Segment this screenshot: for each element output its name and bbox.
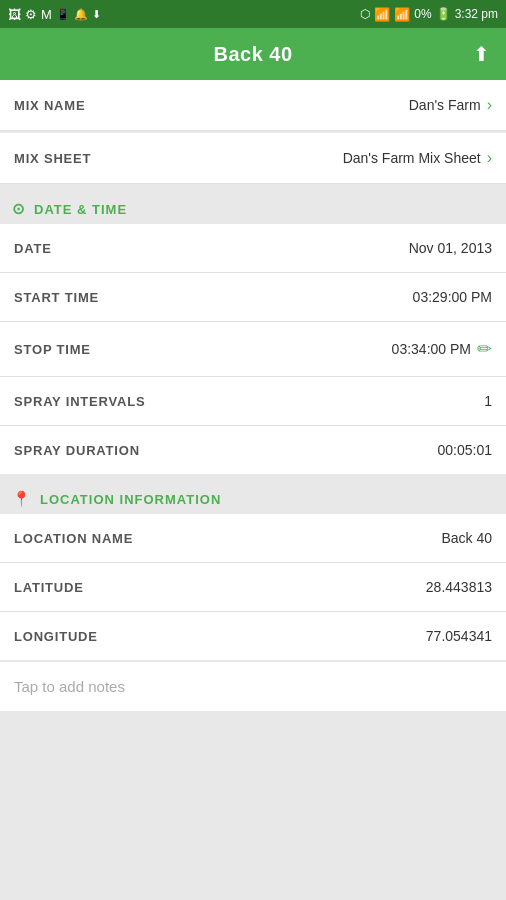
spray-duration-value: 00:05:01 <box>438 442 493 458</box>
mix-sheet-chevron: › <box>487 149 492 167</box>
spray-intervals-value: 1 <box>484 393 492 409</box>
status-bar: 🖼 ⚙ M 📱 🔔 ⬇ ⬡ 📶 📶 0% 🔋 3:32 pm <box>0 0 506 28</box>
time-display: 3:32 pm <box>455 7 498 21</box>
mix-sheet-label: MIX SHEET <box>14 151 91 166</box>
spray-intervals-row: SPRAY INTERVALS 1 <box>0 377 506 426</box>
status-right-info: ⬡ 📶 📶 0% 🔋 3:32 pm <box>360 7 498 22</box>
longitude-label: LONGITUDE <box>14 629 98 644</box>
latitude-label: LATITUDE <box>14 580 84 595</box>
start-time-value: 03:29:00 PM <box>413 289 492 305</box>
status-left-icons: 🖼 ⚙ M 📱 🔔 ⬇ <box>8 7 101 22</box>
date-time-section-header: ⊙ DATE & TIME <box>0 190 506 224</box>
clock-icon: ⊙ <box>12 200 26 218</box>
page-title: Back 40 <box>213 43 292 66</box>
date-time-heading: DATE & TIME <box>34 202 127 217</box>
spray-intervals-label: SPRAY INTERVALS <box>14 394 145 409</box>
app-icon2: ⚙ <box>25 7 37 22</box>
latitude-row: LATITUDE 28.443813 <box>0 563 506 612</box>
stop-time-value: 03:34:00 PM ✏ <box>392 338 492 360</box>
edit-icon[interactable]: ✏ <box>477 338 492 360</box>
mix-name-label: MIX NAME <box>14 98 85 113</box>
location-section-header: 📍 LOCATION INFORMATION <box>0 480 506 514</box>
longitude-value: 77.054341 <box>426 628 492 644</box>
header: Back 40 ⬆ <box>0 28 506 80</box>
date-time-section: ⊙ DATE & TIME DATE Nov 01, 2013 START TI… <box>0 190 506 474</box>
notes-field[interactable]: Tap to add notes <box>0 662 506 711</box>
mix-sheet-value: Dan's Farm Mix Sheet › <box>343 149 492 167</box>
image-icon: 🖼 <box>8 7 21 22</box>
github-icon: ⬡ <box>360 7 370 21</box>
notes-placeholder: Tap to add notes <box>14 678 125 695</box>
date-time-cards: DATE Nov 01, 2013 START TIME 03:29:00 PM… <box>0 224 506 474</box>
stop-time-row[interactable]: STOP TIME 03:34:00 PM ✏ <box>0 322 506 377</box>
share-button[interactable]: ⬆ <box>473 42 490 66</box>
notification-icon: 🔔 <box>74 8 88 21</box>
mix-name-value: Dan's Farm › <box>409 96 492 114</box>
battery-text: 0% <box>414 7 431 21</box>
spray-duration-row: SPRAY DURATION 00:05:01 <box>0 426 506 474</box>
location-cards: LOCATION NAME Back 40 LATITUDE 28.443813… <box>0 514 506 660</box>
signal-icon: 📶 <box>394 7 410 22</box>
battery-icon: 🔋 <box>436 7 451 21</box>
stop-time-label: STOP TIME <box>14 342 91 357</box>
start-time-label: START TIME <box>14 290 99 305</box>
mix-name-row[interactable]: MIX NAME Dan's Farm › <box>0 80 506 131</box>
location-name-value: Back 40 <box>441 530 492 546</box>
location-pin-icon: 📍 <box>12 490 32 508</box>
date-value: Nov 01, 2013 <box>409 240 492 256</box>
phone-icon: 📱 <box>56 8 70 21</box>
date-row: DATE Nov 01, 2013 <box>0 224 506 273</box>
spray-duration-label: SPRAY DURATION <box>14 443 140 458</box>
wifi-icon: 📶 <box>374 7 390 22</box>
mail-icon: M <box>41 7 52 22</box>
content-area: MIX NAME Dan's Farm › MIX SHEET Dan's Fa… <box>0 80 506 900</box>
location-heading: LOCATION INFORMATION <box>40 492 221 507</box>
latitude-value: 28.443813 <box>426 579 492 595</box>
mix-sheet-row[interactable]: MIX SHEET Dan's Farm Mix Sheet › <box>0 133 506 184</box>
longitude-row: LONGITUDE 77.054341 <box>0 612 506 660</box>
start-time-row: START TIME 03:29:00 PM <box>0 273 506 322</box>
location-name-row: LOCATION NAME Back 40 <box>0 514 506 563</box>
download-icon: ⬇ <box>92 8 101 21</box>
location-section: 📍 LOCATION INFORMATION LOCATION NAME Bac… <box>0 480 506 660</box>
location-name-label: LOCATION NAME <box>14 531 133 546</box>
mix-name-chevron: › <box>487 96 492 114</box>
date-label: DATE <box>14 241 52 256</box>
